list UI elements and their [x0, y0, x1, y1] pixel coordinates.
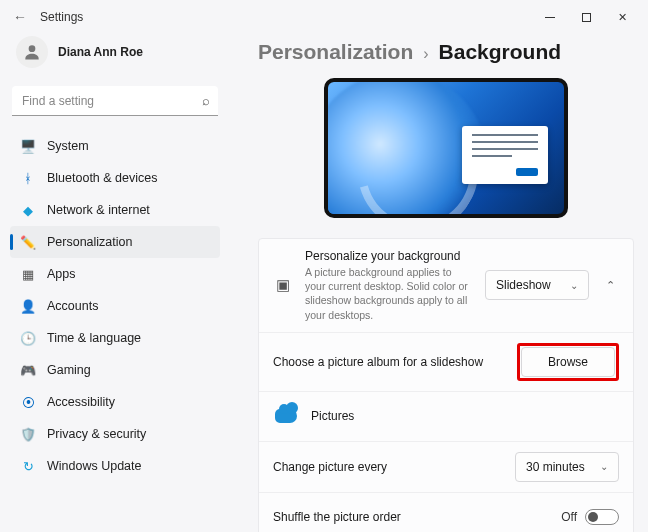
- close-button[interactable]: ✕: [604, 3, 640, 31]
- row-personalize: ▣ Personalize your background A picture …: [259, 239, 633, 333]
- main-content: Personalization › Background ▣ Personali…: [230, 34, 648, 532]
- breadcrumb-current: Background: [439, 40, 562, 64]
- background-type-dropdown[interactable]: Slideshow ⌄: [485, 270, 589, 300]
- avatar-icon: [16, 36, 48, 68]
- onedrive-cloud-icon: [273, 409, 299, 423]
- nav-label: Personalization: [47, 235, 132, 249]
- personalize-sub: A picture background applies to your cur…: [305, 265, 473, 322]
- sidebar-item-personalization[interactable]: ✏️Personalization: [10, 226, 220, 258]
- background-settings-card: ▣ Personalize your background A picture …: [258, 238, 634, 532]
- window-title: Settings: [40, 10, 83, 24]
- nav-icon: 🕒: [20, 330, 36, 346]
- user-name: Diana Ann Roe: [58, 45, 143, 59]
- nav-label: Accessibility: [47, 395, 115, 409]
- nav-icon: ✏️: [20, 234, 36, 250]
- nav-label: Network & internet: [47, 203, 150, 217]
- choose-album-label: Choose a picture album for a slideshow: [273, 355, 505, 369]
- chevron-down-icon: ⌄: [600, 461, 608, 472]
- row-pictures-folder[interactable]: Pictures: [259, 392, 633, 442]
- personalize-title: Personalize your background: [305, 249, 473, 263]
- chevron-down-icon: ⌄: [570, 280, 578, 291]
- sidebar-item-privacy-security[interactable]: 🛡️Privacy & security: [10, 418, 220, 450]
- sidebar-item-gaming[interactable]: 🎮Gaming: [10, 354, 220, 386]
- sidebar: Diana Ann Roe ⌕ 🖥️SystemᚼBluetooth & dev…: [0, 34, 230, 532]
- search-input[interactable]: [12, 86, 218, 116]
- nav-icon: ᚼ: [20, 170, 36, 186]
- sidebar-item-time-language[interactable]: 🕒Time & language: [10, 322, 220, 354]
- nav-icon: ▦: [20, 266, 36, 282]
- nav-icon: ↻: [20, 458, 36, 474]
- nav-label: Privacy & security: [47, 427, 146, 441]
- back-button[interactable]: ←: [8, 9, 32, 25]
- browse-highlight: Browse: [517, 343, 619, 381]
- sidebar-item-windows-update[interactable]: ↻Windows Update: [10, 450, 220, 482]
- row-shuffle: Shuffle the picture order Off: [259, 493, 633, 532]
- nav-label: Bluetooth & devices: [47, 171, 158, 185]
- breadcrumb-sep: ›: [423, 45, 428, 63]
- desktop-preview: [324, 78, 568, 218]
- pictures-label: Pictures: [311, 409, 619, 423]
- picture-icon: ▣: [273, 276, 293, 294]
- search-box[interactable]: ⌕: [12, 86, 218, 116]
- nav-icon: 🎮: [20, 362, 36, 378]
- nav-label: System: [47, 139, 89, 153]
- svg-point-0: [29, 45, 36, 52]
- breadcrumb: Personalization › Background: [258, 34, 634, 78]
- nav-icon: 👤: [20, 298, 36, 314]
- user-account[interactable]: Diana Ann Roe: [10, 34, 220, 82]
- sidebar-item-apps[interactable]: ▦Apps: [10, 258, 220, 290]
- breadcrumb-parent[interactable]: Personalization: [258, 40, 413, 64]
- maximize-button[interactable]: [568, 3, 604, 31]
- interval-dropdown[interactable]: 30 minutes ⌄: [515, 452, 619, 482]
- nav-icon: ◆: [20, 202, 36, 218]
- nav-icon: 🛡️: [20, 426, 36, 442]
- row-change-interval: Change picture every 30 minutes ⌄: [259, 442, 633, 493]
- nav-icon: ⦿: [20, 394, 36, 410]
- row-choose-album: Choose a picture album for a slideshow B…: [259, 333, 633, 392]
- shuffle-label: Shuffle the picture order: [273, 510, 549, 524]
- interval-label: Change picture every: [273, 460, 503, 474]
- nav-label: Windows Update: [47, 459, 142, 473]
- shuffle-state: Off: [561, 510, 577, 524]
- sidebar-item-accounts[interactable]: 👤Accounts: [10, 290, 220, 322]
- sidebar-item-system[interactable]: 🖥️System: [10, 130, 220, 162]
- minimize-button[interactable]: [532, 3, 568, 31]
- search-icon: ⌕: [202, 93, 210, 108]
- nav-icon: 🖥️: [20, 138, 36, 154]
- nav-label: Accounts: [47, 299, 98, 313]
- sidebar-item-accessibility[interactable]: ⦿Accessibility: [10, 386, 220, 418]
- title-bar: ← Settings ✕: [0, 0, 648, 34]
- nav-label: Gaming: [47, 363, 91, 377]
- sidebar-item-bluetooth-devices[interactable]: ᚼBluetooth & devices: [10, 162, 220, 194]
- nav-list: 🖥️SystemᚼBluetooth & devices◆Network & i…: [10, 130, 220, 482]
- nav-label: Apps: [47, 267, 76, 281]
- browse-button[interactable]: Browse: [521, 347, 615, 377]
- shuffle-toggle[interactable]: [585, 509, 619, 525]
- sidebar-item-network-internet[interactable]: ◆Network & internet: [10, 194, 220, 226]
- expand-toggle[interactable]: ⌃: [601, 279, 619, 292]
- window-controls: ✕: [532, 3, 640, 31]
- preview-window-mock: [462, 126, 548, 184]
- nav-label: Time & language: [47, 331, 141, 345]
